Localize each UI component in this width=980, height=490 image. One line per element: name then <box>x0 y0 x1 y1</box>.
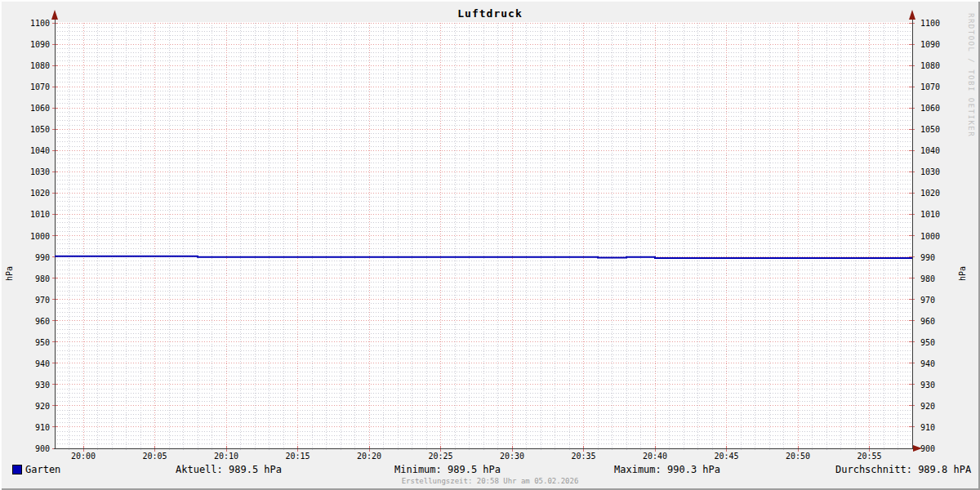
x-tick-label: 20:25 <box>423 452 459 461</box>
x-tick-label: 20:50 <box>780 452 816 461</box>
y-tick-label-right: 900 <box>920 444 953 453</box>
y-tick-label-left: 1080 <box>17 61 50 70</box>
y-tick-label-left: 980 <box>17 274 50 283</box>
y-tick-label-right: 1060 <box>920 104 953 113</box>
y-tick-label-left: 960 <box>17 317 50 326</box>
y-tick-label-left: 940 <box>17 359 50 368</box>
y-tick-label-left: 930 <box>17 381 50 390</box>
y-tick-label-right: 1010 <box>920 210 953 219</box>
x-tick-label: 20:35 <box>566 452 602 461</box>
y-tick-label-left: 920 <box>17 402 50 411</box>
series-line-garten <box>55 256 912 258</box>
legend-series-label: Garten <box>25 464 60 475</box>
y-tick-label-right: 1000 <box>920 232 953 241</box>
x-tick-label: 20:20 <box>351 452 387 461</box>
y-tick-label-right: 930 <box>920 381 953 390</box>
rrdtool-pressure-graph: Luftdruck 900910920930940950960970980990… <box>0 0 980 490</box>
y-tick-label-right: 1070 <box>920 82 953 91</box>
y-tick-label-right: 980 <box>920 274 953 283</box>
y-tick-label-left: 990 <box>17 253 50 262</box>
y-tick-label-left: 1100 <box>17 19 50 28</box>
y-tick-label-left: 970 <box>17 296 50 305</box>
y-tick-label-left: 1050 <box>17 125 50 134</box>
x-tick-label: 20:45 <box>709 452 745 461</box>
x-tick-label: 20:15 <box>280 452 316 461</box>
x-tick-label: 20:30 <box>494 452 530 461</box>
y-tick-label-left: 900 <box>17 444 50 453</box>
y-tick-label-right: 940 <box>920 359 953 368</box>
plot-svg <box>0 0 980 490</box>
y-tick-label-left: 910 <box>17 423 50 432</box>
y-tick-label-left: 1040 <box>17 146 50 155</box>
y-tick-label-left: 950 <box>17 338 50 347</box>
y-axis-label-right: hPa <box>958 257 968 290</box>
y-tick-label-left: 1090 <box>17 40 50 49</box>
y-tick-label-right: 1040 <box>920 146 953 155</box>
stat-durchschnitt: Durchschnitt: 989.8 hPA <box>835 464 971 475</box>
y-tick-label-right: 970 <box>920 296 953 305</box>
y-tick-label-right: 1080 <box>920 61 953 70</box>
y-tick-label-left: 1060 <box>17 104 50 113</box>
y-tick-label-left: 1070 <box>17 82 50 91</box>
x-tick-label: 20:00 <box>65 452 101 461</box>
y-tick-label-right: 910 <box>920 423 953 432</box>
legend-swatch-garten <box>12 465 22 474</box>
stat-maximum: Maximum: 990.3 hPa <box>614 464 720 475</box>
stat-minimum: Minimum: 989.5 hPa <box>394 464 501 475</box>
y-tick-label-right: 920 <box>920 402 953 411</box>
y-tick-label-right: 1050 <box>920 125 953 134</box>
y-tick-label-right: 990 <box>920 253 953 262</box>
y-tick-label-right: 950 <box>920 338 953 347</box>
creation-timestamp: Erstellungszeit: 20:58 Uhr am 05.02.2026 <box>0 477 980 485</box>
y-axis-arrow-left-icon <box>51 10 58 20</box>
stat-aktuell: Aktuell: 989.5 hPa <box>176 464 282 475</box>
rrdtool-watermark: RRDTOOL / TOBI OETIKER <box>967 13 975 137</box>
x-tick-label: 20:55 <box>852 452 888 461</box>
y-tick-label-right: 1020 <box>920 189 953 198</box>
y-tick-label-right: 1090 <box>920 40 953 49</box>
y-tick-label-left: 1010 <box>17 210 50 219</box>
x-tick-label: 20:40 <box>637 452 673 461</box>
y-tick-label-left: 1020 <box>17 189 50 198</box>
y-tick-label-left: 1030 <box>17 167 50 176</box>
y-tick-label-right: 1030 <box>920 167 953 176</box>
y-tick-label-right: 1100 <box>920 19 953 28</box>
x-tick-label: 20:10 <box>208 452 244 461</box>
x-tick-label: 20:05 <box>137 452 173 461</box>
y-axis-arrow-right-icon <box>909 10 915 20</box>
y-axis-label-left: hPa <box>5 257 15 290</box>
y-tick-label-right: 960 <box>920 317 953 326</box>
y-tick-label-left: 1000 <box>17 232 50 241</box>
